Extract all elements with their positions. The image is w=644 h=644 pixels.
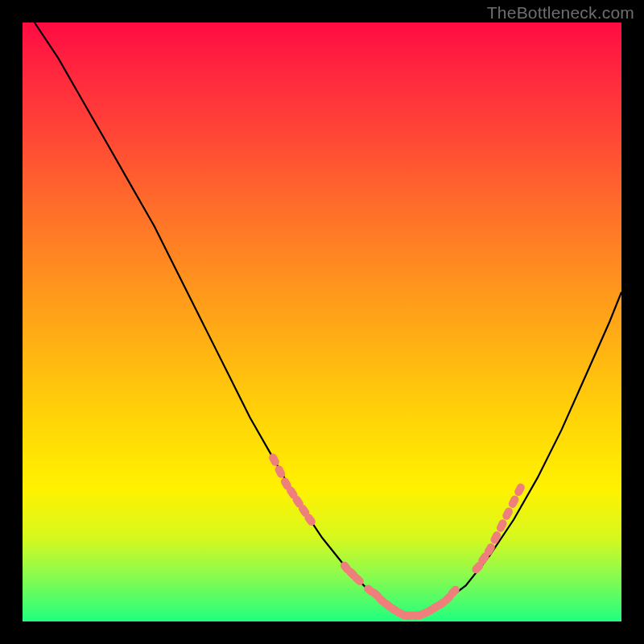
marker-dot [267, 452, 280, 468]
chart-svg [23, 23, 621, 621]
marker-group [267, 452, 526, 621]
marker-dot [513, 482, 526, 497]
chart-frame: TheBottleneck.com [0, 0, 644, 644]
bottleneck-curve [35, 23, 621, 616]
marker-dot [489, 530, 502, 545]
watermark-text: TheBottleneck.com [487, 3, 634, 23]
marker-dot [507, 494, 520, 510]
marker-dot [502, 506, 514, 522]
plot-area [23, 23, 621, 621]
